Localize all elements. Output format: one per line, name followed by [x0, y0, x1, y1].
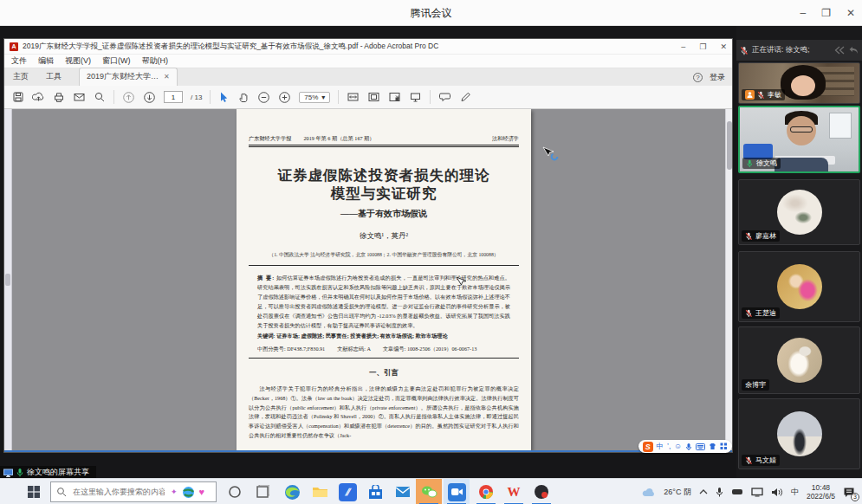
ime-indicator[interactable]: 中	[791, 487, 799, 498]
microsoft-store-icon[interactable]	[362, 479, 388, 504]
edge-icon[interactable]	[279, 479, 305, 504]
sogou-ime-toolbar[interactable]: S 中 ’, ☺	[638, 440, 732, 453]
menu-view[interactable]: 视图(V)	[65, 55, 91, 67]
keyboard-icon[interactable]	[696, 443, 705, 450]
collapse-panel-icon[interactable]	[834, 46, 845, 55]
tab-home[interactable]: 主页	[4, 68, 37, 86]
mail-icon[interactable]	[390, 479, 416, 504]
pane-grip[interactable]	[5, 274, 10, 286]
ime-language-toggle[interactable]: 中	[657, 443, 664, 450]
help-icon[interactable]: ?	[693, 73, 703, 82]
zoom-level-dropdown[interactable]: 75%▾	[299, 92, 330, 103]
document-viewport[interactable]: 广东财经大学学报 2019 年第 6 期（总第 167 期） 法和经济学 证券虚…	[4, 109, 732, 450]
comment-icon[interactable]	[438, 91, 451, 103]
zoom-in-icon[interactable]	[278, 91, 291, 104]
search-icon[interactable]	[94, 91, 106, 103]
participant-tile[interactable]: 李敏	[738, 62, 860, 104]
acrobat-menubar: 文件 编辑 视图(V) 窗口(W) 帮助(H)	[4, 55, 732, 68]
save-icon[interactable]	[12, 91, 24, 103]
share-cloud-icon[interactable]	[32, 91, 45, 103]
mic-muted-icon	[745, 309, 753, 318]
search-input[interactable]	[71, 487, 166, 497]
previous-page-icon[interactable]	[122, 91, 135, 104]
participant-tile[interactable]: 廖嘉林	[738, 179, 860, 245]
display-icon[interactable]	[751, 488, 763, 497]
presentation-icon[interactable]	[409, 91, 422, 103]
menu-edit[interactable]: 编辑	[38, 55, 54, 67]
signin-button[interactable]: 登录	[710, 72, 725, 83]
section-heading: 一、引言	[249, 368, 519, 378]
paper-title-line1: 证券虚假陈述投资者损失的理论	[249, 166, 519, 184]
hand-tool-icon[interactable]	[237, 91, 250, 103]
tab-tools[interactable]: 工具	[37, 68, 70, 86]
volume-icon[interactable]	[771, 488, 783, 497]
cortana-button[interactable]	[222, 479, 248, 504]
start-button[interactable]	[21, 479, 47, 504]
meeting-title: 腾讯会议	[0, 6, 862, 21]
search-icon	[56, 487, 67, 497]
tencent-meeting-icon[interactable]	[444, 479, 470, 504]
tab-document[interactable]: 2019广东财经大学… ✕	[79, 68, 178, 86]
clock[interactable]: 10:48 2022/6/5	[807, 483, 835, 501]
mic-on-icon	[746, 159, 754, 168]
blue-slashes-app-icon[interactable]: ⫽	[334, 479, 360, 504]
host-badge-icon	[745, 90, 755, 100]
dark-app-icon[interactable]	[528, 479, 554, 504]
weather-cloud-icon[interactable]	[642, 488, 656, 497]
minimize-icon[interactable]: –	[681, 42, 685, 51]
zoom-out-icon[interactable]	[257, 91, 270, 104]
maximize-icon[interactable]: ❐	[821, 7, 831, 19]
sogou-logo-icon[interactable]: S	[643, 442, 653, 452]
reply-arrow-icon[interactable]	[848, 46, 859, 55]
screen-share-indicator: 徐文鸣的屏幕共享	[0, 466, 96, 479]
ime-punctuation-toggle[interactable]: ’,	[667, 443, 671, 450]
taskbar-search[interactable]: ✦ ♥	[50, 481, 217, 502]
skin-icon[interactable]	[709, 443, 716, 450]
file-explorer-icon[interactable]	[307, 479, 333, 504]
minimize-icon[interactable]: –	[800, 7, 806, 19]
close-tab-icon[interactable]: ✕	[164, 73, 170, 81]
acrobat-app-icon: A	[10, 42, 18, 51]
highlight-pen-icon[interactable]	[459, 91, 472, 103]
toolbox-grid-icon[interactable]	[720, 443, 728, 450]
participant-tile-active-speaker[interactable]: 徐文鸣	[738, 106, 860, 173]
close-icon[interactable]: ✕	[720, 42, 727, 51]
weather-text[interactable]: 26°C 阴	[664, 487, 691, 498]
page-number-input[interactable]: 1	[164, 91, 183, 103]
next-page-icon[interactable]	[143, 91, 156, 104]
menu-help[interactable]: 帮助(H)	[142, 55, 169, 67]
maximize-icon[interactable]: ❐	[699, 42, 706, 51]
notification-count-badge: 3	[851, 493, 859, 501]
wps-icon[interactable]: W	[501, 479, 527, 504]
print-icon[interactable]	[53, 91, 65, 103]
voice-input-icon[interactable]	[685, 443, 692, 451]
menu-file[interactable]: 文件	[11, 55, 27, 67]
paper-running-head: 广东财经大学学报 2019 年第 6 期（总第 167 期） 法和经济学	[249, 135, 519, 143]
vertical-scrollbar[interactable]	[725, 109, 732, 450]
meeting-titlebar: 腾讯会议 – ❐ ✕	[0, 0, 862, 26]
email-icon[interactable]	[73, 91, 86, 103]
participant-tile[interactable]: 马文婧	[738, 398, 860, 469]
fit-width-icon[interactable]	[347, 91, 360, 103]
zoom-level-value: 75%	[304, 94, 318, 101]
desktop: 腾讯会议 – ❐ ✕ A 2019广东财经大学学报_证券虚假陈述投资者损失的理论…	[0, 0, 862, 504]
cast-device-icon[interactable]	[731, 488, 743, 496]
navigation-pane-collapsed[interactable]	[4, 109, 12, 450]
action-center-button[interactable]: 3	[843, 487, 855, 498]
acrobat-window: A 2019广东财经大学学报_证券虚假陈述投资者损失的理论模型与实证研究_基于有…	[4, 39, 732, 452]
microphone-tray-icon[interactable]	[716, 487, 723, 497]
chrome-icon[interactable]	[473, 479, 499, 504]
participant-tile[interactable]: 余博宇	[738, 326, 860, 394]
fit-page-icon[interactable]	[367, 91, 380, 103]
close-icon[interactable]: ✕	[846, 7, 855, 19]
participant-tile[interactable]: 王楚迪	[738, 251, 860, 322]
hidden-icons-chevron[interactable]	[699, 488, 708, 495]
wechat-icon[interactable]	[416, 479, 442, 504]
fullscreen-icon[interactable]	[388, 91, 401, 103]
paper-meta: 中图分类号: DF438.7;F830.91 文献标志码: A 文章编号: 10…	[257, 346, 510, 353]
scrollbar-thumb[interactable]	[727, 121, 732, 170]
emoji-icon[interactable]: ☺	[674, 443, 682, 450]
select-cursor-icon[interactable]	[218, 91, 230, 103]
menu-window[interactable]: 窗口(W)	[102, 55, 131, 67]
task-view-button[interactable]	[250, 479, 275, 504]
